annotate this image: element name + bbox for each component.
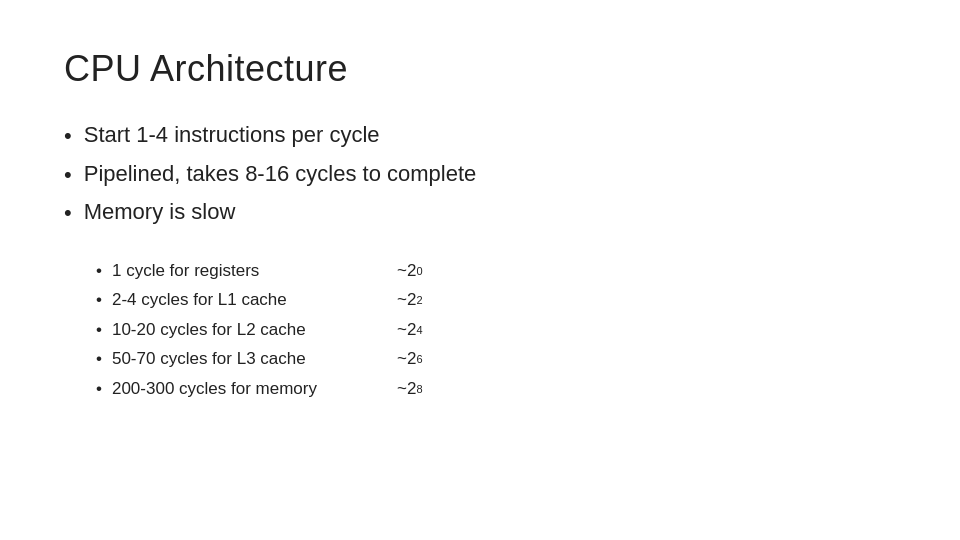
sub-bullet-3: 10-20 cycles for L2 cache bbox=[96, 317, 317, 343]
approx-3: ~24 bbox=[397, 317, 423, 343]
slide-title: CPU Architecture bbox=[64, 48, 896, 90]
main-bullet-1: Start 1-4 instructions per cycle bbox=[64, 122, 896, 151]
sub-bullet-4: 50-70 cycles for L3 cache bbox=[96, 346, 317, 372]
slide: CPU Architecture Start 1-4 instructions … bbox=[0, 0, 960, 540]
approx-column: ~20 ~22 ~24 ~26 ~28 bbox=[397, 258, 423, 402]
approx-4: ~26 bbox=[397, 346, 423, 372]
main-bullet-list: Start 1-4 instructions per cycle Pipelin… bbox=[64, 122, 896, 238]
sub-bullet-2: 2-4 cycles for L1 cache bbox=[96, 287, 317, 313]
sub-bullet-1: 1 cycle for registers bbox=[96, 258, 317, 284]
approx-5: ~28 bbox=[397, 376, 423, 402]
sub-bullet-5: 200-300 cycles for memory bbox=[96, 376, 317, 402]
main-bullet-2: Pipelined, takes 8-16 cycles to complete bbox=[64, 161, 896, 190]
sub-section: 1 cycle for registers 2-4 cycles for L1 … bbox=[96, 258, 896, 402]
approx-2: ~22 bbox=[397, 287, 423, 313]
sub-bullet-list: 1 cycle for registers 2-4 cycles for L1 … bbox=[96, 258, 317, 402]
main-bullet-3: Memory is slow bbox=[64, 199, 896, 228]
approx-1: ~20 bbox=[397, 258, 423, 284]
